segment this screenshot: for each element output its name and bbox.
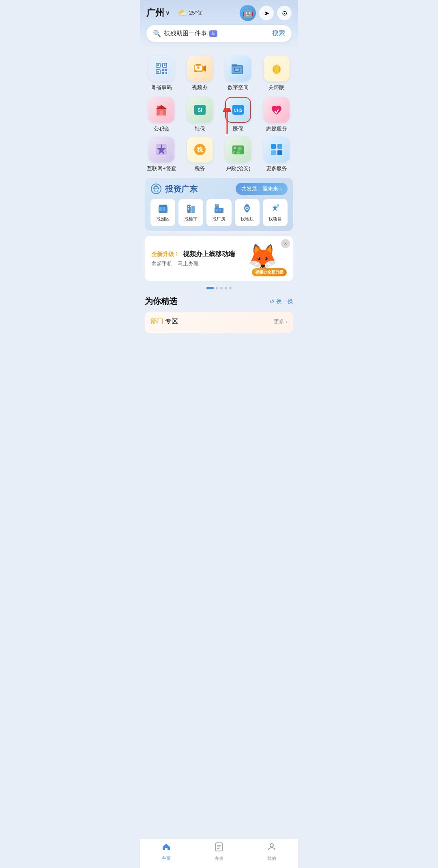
invest-item-find-building[interactable]: 找楼宇 bbox=[178, 199, 203, 226]
find-park-label: 找园区 bbox=[156, 216, 170, 222]
internet-inspect-icon bbox=[148, 137, 174, 162]
for-you-section: 为你精选 ↺ 换一换 部门 专区 更多 › bbox=[145, 296, 293, 333]
search-bar[interactable]: 🔍 扶残助困一件事 新 搜索 bbox=[146, 25, 292, 42]
svg-rect-50 bbox=[191, 206, 195, 213]
svg-text:税: 税 bbox=[197, 146, 203, 153]
yue-code-icon bbox=[148, 56, 174, 81]
search-input-display[interactable]: 扶残助困一件事 新 bbox=[164, 30, 272, 37]
invest-item-find-project[interactable]: 找项目 bbox=[263, 199, 288, 226]
banner-dot-2[interactable] bbox=[216, 287, 218, 289]
svg-point-26 bbox=[157, 106, 159, 108]
household-icon bbox=[225, 137, 251, 162]
svg-point-61 bbox=[246, 207, 248, 209]
search-button[interactable]: 搜索 bbox=[272, 29, 285, 38]
red-arrow-annotation bbox=[215, 108, 247, 136]
find-factory-label: 找厂房 bbox=[212, 216, 225, 222]
camera-button[interactable]: ⊙ bbox=[277, 6, 292, 20]
investment-cta-button[interactable]: 共发展，赢未来 › bbox=[236, 183, 288, 195]
yue-code-label: 粤省事码 bbox=[151, 84, 172, 91]
refresh-icon: ↺ bbox=[270, 298, 275, 305]
svg-rect-8 bbox=[157, 71, 159, 73]
find-land-label: 找地块 bbox=[240, 216, 254, 222]
search-placeholder-text: 扶残助困一件事 bbox=[164, 30, 207, 37]
care-version-label: 关怀版 bbox=[268, 84, 284, 91]
dept-title-normal: 专区 bbox=[165, 318, 178, 325]
svg-rect-20 bbox=[232, 64, 237, 66]
svg-rect-10 bbox=[165, 69, 167, 71]
header: 广州 ∨ ⛅ 25°优 🤖 ➤ ⊙ 🔍 扶残助困一件事 新 搜索 bbox=[140, 0, 298, 50]
svg-rect-39 bbox=[271, 144, 276, 149]
svg-point-16 bbox=[197, 66, 200, 69]
svg-rect-41 bbox=[271, 150, 276, 155]
svg-rect-59 bbox=[219, 209, 221, 212]
investment-arrow-icon: › bbox=[280, 185, 282, 192]
fund-label: 公积金 bbox=[154, 125, 170, 133]
digital-space-label: 数字空间 bbox=[228, 84, 249, 91]
weather-icon: ⛅ bbox=[178, 8, 188, 18]
svg-rect-5 bbox=[164, 64, 165, 66]
svg-point-17 bbox=[195, 70, 197, 72]
banner-dot-4[interactable] bbox=[225, 287, 227, 289]
find-factory-icon bbox=[214, 203, 224, 214]
investment-sub-grid: 找园区 找楼宇 bbox=[150, 199, 288, 226]
svg-rect-58 bbox=[216, 209, 218, 212]
volunteer-icon bbox=[264, 97, 290, 123]
refresh-label: 换一换 bbox=[276, 298, 293, 305]
care-version-icon bbox=[264, 56, 290, 81]
navigation-arrow-button[interactable]: ➤ bbox=[259, 6, 274, 20]
avatar-button[interactable]: 🤖 bbox=[240, 5, 256, 21]
department-more-button[interactable]: 更多 › bbox=[274, 318, 288, 325]
service-grid-row3: 互联网+督查 税 税务 户政(治 bbox=[145, 137, 293, 172]
svg-rect-42 bbox=[277, 150, 282, 155]
service-item-care-version[interactable]: 关怀版 bbox=[260, 56, 294, 91]
header-right: 🤖 ➤ ⊙ bbox=[240, 5, 292, 21]
service-item-tax[interactable]: 税 税务 bbox=[183, 137, 217, 172]
svg-marker-55 bbox=[215, 205, 219, 208]
service-item-more[interactable]: 更多服务 bbox=[260, 137, 294, 172]
department-title: 部门 专区 bbox=[150, 317, 178, 326]
svg-text:SI: SI bbox=[198, 107, 202, 113]
investment-slogan: 共发展，赢未来 bbox=[241, 185, 278, 192]
household-label: 户政(治安) bbox=[226, 165, 251, 172]
banner-character-image: 🦊 bbox=[238, 242, 287, 271]
banner-upgrade-tag: 视频办全新升级 bbox=[252, 268, 287, 276]
banner-title-highlight: 全新升级！ bbox=[151, 251, 180, 257]
service-item-social-insurance[interactable]: SI 社保 bbox=[183, 97, 217, 133]
service-item-digital-space[interactable]: 数字空间 bbox=[221, 56, 255, 91]
banner-dots bbox=[145, 287, 293, 289]
banner-dot-5[interactable] bbox=[229, 287, 232, 289]
search-badge: 新 bbox=[209, 30, 217, 37]
banner-image: 🦊 视频办全新升级 bbox=[238, 242, 287, 275]
invest-item-find-factory[interactable]: 找厂房 bbox=[206, 199, 231, 226]
department-header: 部门 专区 更多 › bbox=[150, 317, 288, 326]
svg-rect-46 bbox=[159, 207, 162, 211]
video-office-label: 视频办 bbox=[192, 84, 208, 91]
svg-rect-53 bbox=[188, 208, 189, 210]
service-item-volunteer[interactable]: 志愿服务 bbox=[260, 97, 294, 133]
service-item-yue-code[interactable]: 粤省事码 bbox=[145, 56, 178, 91]
banner-dot-3[interactable] bbox=[220, 287, 223, 289]
invest-item-find-land[interactable]: 找地块 bbox=[235, 199, 260, 226]
svg-rect-11 bbox=[162, 72, 164, 74]
service-item-fund[interactable]: 公积金 bbox=[145, 97, 178, 133]
refresh-button[interactable]: ↺ 换一换 bbox=[270, 298, 293, 305]
svg-rect-54 bbox=[215, 208, 223, 213]
internet-inspect-label: 互联网+督查 bbox=[147, 165, 176, 172]
banner-title: 全新升级！ 视频办上线移动端 bbox=[151, 250, 238, 259]
svg-rect-52 bbox=[190, 206, 191, 207]
dept-title-highlight: 部门 bbox=[150, 318, 163, 325]
banner-dot-1[interactable] bbox=[206, 287, 214, 289]
digital-space-icon bbox=[225, 56, 251, 81]
svg-rect-2 bbox=[157, 64, 159, 66]
service-item-internet-inspect[interactable]: 互联网+督查 bbox=[145, 137, 178, 172]
service-item-video-office[interactable]: 视频办 bbox=[183, 56, 217, 91]
for-you-header: 为你精选 ↺ 换一换 bbox=[145, 296, 293, 307]
location-selector[interactable]: 广州 ∨ bbox=[146, 7, 170, 19]
banner-title-bold: 视频办上线移动端 bbox=[183, 250, 235, 257]
find-building-icon bbox=[186, 203, 196, 214]
temperature: 25°优 bbox=[189, 9, 202, 17]
svg-rect-40 bbox=[277, 144, 282, 149]
more-services-icon bbox=[264, 137, 290, 162]
invest-item-find-park[interactable]: 找园区 bbox=[150, 199, 175, 226]
service-item-household[interactable]: 户政(治安) bbox=[221, 137, 255, 172]
